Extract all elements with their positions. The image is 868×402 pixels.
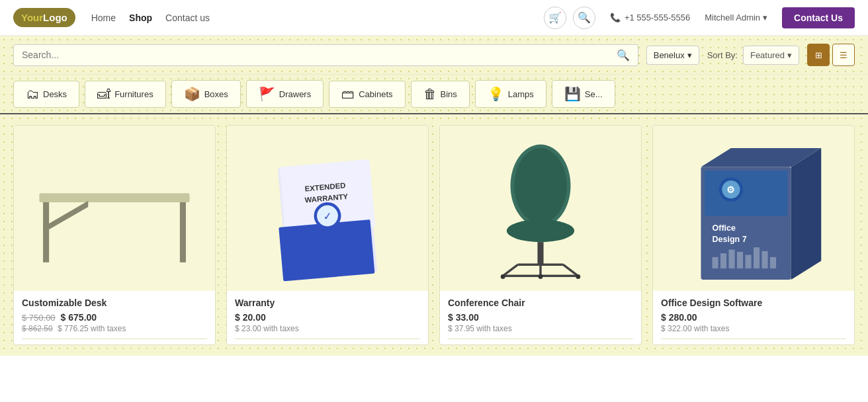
- product-divider-desk: [22, 339, 207, 339]
- product-image-desk: [14, 126, 215, 291]
- furnitures-icon: 🛋: [97, 87, 110, 102]
- price-current-desk: $ 675.00: [61, 312, 97, 323]
- svg-point-16: [514, 148, 567, 223]
- product-name-chair: Conference Chair: [448, 298, 633, 308]
- nav-contact[interactable]: Contact us: [165, 13, 210, 23]
- view-buttons: ⊞ ☰: [807, 44, 855, 66]
- category-lamps[interactable]: 💡 Lamps: [475, 80, 546, 108]
- price-row-software: $ 280.00: [661, 312, 846, 323]
- phone-number: +1 555-555-5556: [625, 13, 690, 22]
- categories-bar: 🗂 Desks 🛋 Furnitures 📦 Boxes 🚩 Drawers 🗃…: [0, 75, 868, 114]
- svg-text:Design 7: Design 7: [713, 235, 747, 244]
- list-view-button[interactable]: ☰: [832, 44, 855, 66]
- sort-value: Featured: [750, 50, 785, 60]
- product-image-warranty: EXTENDED WARRANTY ✓: [227, 126, 428, 291]
- product-info-software: Office Design Software $ 280.00 $ 322.00…: [653, 291, 854, 344]
- product-image-chair: [440, 126, 641, 291]
- search-button[interactable]: 🔍: [573, 7, 595, 29]
- svg-rect-40: [729, 250, 735, 268]
- svg-rect-41: [737, 252, 743, 268]
- svg-marker-30: [791, 148, 821, 280]
- category-bins[interactable]: 🗑 Bins: [411, 81, 470, 108]
- grid-view-button[interactable]: ⊞: [807, 44, 830, 66]
- logo[interactable]: YourLogo: [13, 8, 75, 27]
- product-divider-warranty: [235, 339, 420, 339]
- price-row-warranty: $ 20.00: [235, 312, 420, 323]
- cart-button[interactable]: 🛒: [544, 7, 566, 29]
- bins-label: Bins: [441, 89, 457, 99]
- search-input[interactable]: [22, 50, 617, 60]
- svg-rect-18: [537, 242, 543, 264]
- region-arrow-icon: ▾: [687, 50, 692, 60]
- svg-text:Office: Office: [713, 223, 736, 233]
- product-name-desk: Customizable Desk: [22, 298, 207, 308]
- svg-point-25: [539, 274, 543, 279]
- svg-text:⚙: ⚙: [726, 185, 735, 195]
- product-name-warranty: Warranty: [235, 298, 420, 308]
- price-tax-chair: $ 37.95 with taxes: [448, 324, 633, 333]
- products-grid: Customizable Desk $ 750.00 $ 675.00 $ 86…: [13, 125, 855, 345]
- sort-dropdown[interactable]: Featured ▾: [743, 46, 799, 65]
- user-dropdown[interactable]: Mitchell Admin ▾: [705, 13, 767, 22]
- drawers-icon: 🚩: [259, 86, 275, 102]
- svg-text:✓: ✓: [322, 210, 331, 222]
- price-row-chair: $ 33.00: [448, 312, 633, 323]
- svg-rect-45: [770, 257, 776, 268]
- more-label: Se...: [585, 89, 603, 99]
- svg-rect-43: [754, 247, 760, 268]
- contact-us-button[interactable]: Contact Us: [782, 7, 855, 28]
- boxes-label: Boxes: [204, 89, 228, 99]
- more-icon: 💾: [564, 86, 581, 102]
- svg-point-24: [501, 274, 505, 279]
- product-card-desk[interactable]: Customizable Desk $ 750.00 $ 675.00 $ 86…: [13, 125, 216, 345]
- svg-rect-32: [705, 171, 787, 216]
- search-bar-area: 🔍 Benelux ▾ Sort By: Featured ▾ ⊞ ☰: [0, 36, 868, 75]
- nav-home[interactable]: Home: [91, 13, 116, 23]
- sort-area: Sort By: Featured ▾: [707, 46, 799, 65]
- nav-links: Home Shop Contact us: [91, 13, 544, 23]
- desks-icon: 🗂: [26, 87, 39, 102]
- product-image-software: ⚙ Office Design 7: [653, 126, 854, 291]
- category-desks[interactable]: 🗂 Desks: [13, 81, 79, 108]
- phone-icon: 📞: [610, 13, 621, 22]
- price-original-desk: $ 750.00: [22, 313, 56, 323]
- price-original2-desk: $ 862.50: [22, 324, 53, 333]
- category-cabinets[interactable]: 🗃 Cabinets: [329, 81, 405, 108]
- price-tax-warranty: $ 23.00 with taxes: [235, 324, 420, 333]
- svg-rect-3: [180, 202, 186, 262]
- bins-icon: 🗑: [423, 87, 437, 102]
- boxes-icon: 📦: [184, 86, 200, 102]
- lamps-icon: 💡: [488, 86, 504, 102]
- product-card-software[interactable]: ⚙ Office Design 7 Office Design Softwar: [652, 125, 855, 345]
- category-more[interactable]: 💾 Se...: [552, 80, 615, 108]
- nav-icons: 🛒 🔍 📞 +1 555-555-5556 Mitchell Admin ▾ C…: [544, 7, 855, 29]
- product-card-warranty[interactable]: EXTENDED WARRANTY ✓ Warranty $ 20.00 $ 2…: [226, 125, 429, 345]
- nav-shop[interactable]: Shop: [129, 13, 152, 23]
- product-info-desk: Customizable Desk $ 750.00 $ 675.00 $ 86…: [14, 291, 215, 344]
- category-drawers[interactable]: 🚩 Drawers: [246, 80, 324, 108]
- category-boxes[interactable]: 📦 Boxes: [171, 80, 241, 108]
- search-icon-btn[interactable]: 🔍: [617, 49, 630, 61]
- price-tax-desk: $ 862.50 $ 776.25 with taxes: [22, 324, 207, 333]
- price-row-desk: $ 750.00 $ 675.00: [22, 312, 207, 323]
- product-info-warranty: Warranty $ 20.00 $ 23.00 with taxes: [227, 291, 428, 344]
- dropdown-arrow-icon: ▾: [763, 13, 767, 22]
- product-divider-software: [661, 339, 846, 339]
- furnitures-label: Furnitures: [114, 89, 153, 99]
- lamps-label: Lamps: [508, 89, 534, 99]
- logo-text: Your: [21, 12, 43, 23]
- price-current-chair: $ 33.00: [448, 312, 479, 323]
- svg-rect-42: [746, 255, 752, 268]
- svg-rect-44: [762, 251, 768, 268]
- product-name-software: Office Design Software: [661, 298, 846, 308]
- region-dropdown[interactable]: Benelux ▾: [646, 46, 699, 65]
- phone-area: 📞 +1 555-555-5556: [610, 13, 690, 22]
- svg-rect-1: [39, 193, 189, 202]
- price-current-warranty: $ 20.00: [235, 312, 266, 323]
- price-current-software: $ 280.00: [661, 312, 697, 323]
- product-card-chair[interactable]: Conference Chair $ 33.00 $ 37.95 with ta…: [439, 125, 642, 345]
- user-name: Mitchell Admin: [705, 13, 760, 22]
- category-furnitures[interactable]: 🛋 Furnitures: [85, 81, 166, 108]
- search-input-wrap: 🔍: [13, 44, 638, 66]
- price-tax-software: $ 322.00 with taxes: [661, 324, 846, 333]
